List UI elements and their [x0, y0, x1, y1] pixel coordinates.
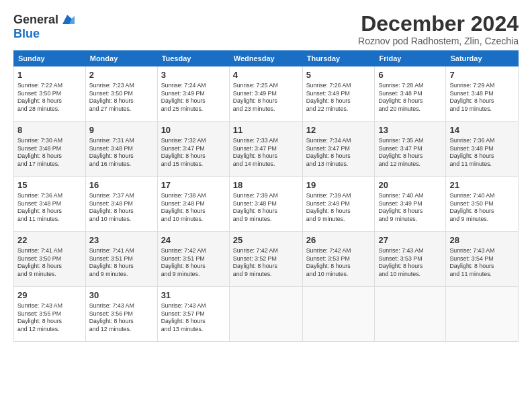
day-info: Sunrise: 7:42 AM Sunset: 3:51 PM Dayligh… — [161, 247, 226, 279]
day-info: Sunrise: 7:23 AM Sunset: 3:50 PM Dayligh… — [89, 82, 154, 114]
table-row — [446, 287, 519, 342]
day-number: 12 — [306, 124, 371, 136]
calendar-week-1: 1Sunrise: 7:22 AM Sunset: 3:50 PM Daylig… — [14, 66, 519, 122]
table-row: 5Sunrise: 7:26 AM Sunset: 3:49 PM Daylig… — [302, 66, 375, 122]
table-row — [375, 287, 446, 342]
table-row: 16Sunrise: 7:37 AM Sunset: 3:48 PM Dayli… — [85, 177, 157, 232]
logo-general-text: General — [13, 13, 58, 27]
logo: General Blue — [13, 12, 75, 41]
day-info: Sunrise: 7:43 AM Sunset: 3:54 PM Dayligh… — [449, 247, 515, 279]
table-row: 11Sunrise: 7:33 AM Sunset: 3:47 PM Dayli… — [229, 122, 302, 177]
month-title: December 2024 — [358, 12, 519, 36]
table-row: 12Sunrise: 7:34 AM Sunset: 3:47 PM Dayli… — [302, 122, 375, 177]
day-number: 6 — [378, 69, 442, 81]
day-info: Sunrise: 7:43 AM Sunset: 3:53 PM Dayligh… — [378, 247, 442, 279]
day-info: Sunrise: 7:43 AM Sunset: 3:55 PM Dayligh… — [17, 302, 82, 334]
day-info: Sunrise: 7:40 AM Sunset: 3:50 PM Dayligh… — [449, 192, 515, 224]
day-info: Sunrise: 7:34 AM Sunset: 3:47 PM Dayligh… — [306, 137, 371, 169]
day-info: Sunrise: 7:31 AM Sunset: 3:48 PM Dayligh… — [89, 137, 154, 169]
table-row: 6Sunrise: 7:28 AM Sunset: 3:48 PM Daylig… — [375, 66, 446, 122]
table-row: 20Sunrise: 7:40 AM Sunset: 3:49 PM Dayli… — [375, 177, 446, 232]
table-row — [302, 287, 375, 342]
day-info: Sunrise: 7:41 AM Sunset: 3:50 PM Dayligh… — [17, 247, 82, 279]
header-saturday: Saturday — [446, 51, 519, 66]
table-row: 19Sunrise: 7:39 AM Sunset: 3:49 PM Dayli… — [302, 177, 375, 232]
location-subtitle: Roznov pod Radhostem, Zlin, Czechia — [358, 36, 519, 46]
calendar-header-row: Sunday Monday Tuesday Wednesday Thursday… — [14, 51, 519, 66]
day-number: 22 — [17, 234, 82, 246]
day-info: Sunrise: 7:41 AM Sunset: 3:51 PM Dayligh… — [89, 247, 154, 279]
header: General Blue December 2024 Roznov pod Ra… — [13, 12, 519, 46]
table-row: 17Sunrise: 7:38 AM Sunset: 3:48 PM Dayli… — [157, 177, 229, 232]
day-number: 23 — [89, 234, 154, 246]
calendar-week-2: 8Sunrise: 7:30 AM Sunset: 3:48 PM Daylig… — [14, 122, 519, 177]
table-row: 23Sunrise: 7:41 AM Sunset: 3:51 PM Dayli… — [85, 232, 157, 287]
day-info: Sunrise: 7:30 AM Sunset: 3:48 PM Dayligh… — [17, 137, 82, 169]
day-info: Sunrise: 7:35 AM Sunset: 3:47 PM Dayligh… — [378, 137, 442, 169]
table-row: 8Sunrise: 7:30 AM Sunset: 3:48 PM Daylig… — [14, 122, 86, 177]
day-info: Sunrise: 7:37 AM Sunset: 3:48 PM Dayligh… — [89, 192, 154, 224]
day-number: 17 — [161, 179, 226, 191]
calendar-table: Sunday Monday Tuesday Wednesday Thursday… — [13, 50, 519, 342]
day-info: Sunrise: 7:39 AM Sunset: 3:48 PM Dayligh… — [233, 192, 299, 224]
day-info: Sunrise: 7:22 AM Sunset: 3:50 PM Dayligh… — [17, 82, 82, 114]
day-number: 26 — [306, 234, 371, 246]
day-number: 19 — [306, 179, 371, 191]
day-info: Sunrise: 7:25 AM Sunset: 3:49 PM Dayligh… — [233, 82, 299, 114]
day-number: 28 — [449, 234, 515, 246]
day-number: 3 — [161, 69, 226, 81]
header-wednesday: Wednesday — [229, 51, 302, 66]
day-info: Sunrise: 7:36 AM Sunset: 3:48 PM Dayligh… — [17, 192, 82, 224]
day-number: 11 — [233, 124, 299, 136]
day-number: 10 — [161, 124, 226, 136]
day-info: Sunrise: 7:42 AM Sunset: 3:53 PM Dayligh… — [306, 247, 371, 279]
table-row: 29Sunrise: 7:43 AM Sunset: 3:55 PM Dayli… — [14, 287, 86, 342]
day-number: 9 — [89, 124, 154, 136]
table-row: 25Sunrise: 7:42 AM Sunset: 3:52 PM Dayli… — [229, 232, 302, 287]
day-number: 13 — [378, 124, 442, 136]
table-row: 4Sunrise: 7:25 AM Sunset: 3:49 PM Daylig… — [229, 66, 302, 122]
header-friday: Friday — [375, 51, 446, 66]
day-number: 27 — [378, 234, 442, 246]
day-number: 1 — [17, 69, 82, 81]
day-info: Sunrise: 7:33 AM Sunset: 3:47 PM Dayligh… — [233, 137, 299, 169]
calendar-week-5: 29Sunrise: 7:43 AM Sunset: 3:55 PM Dayli… — [14, 287, 519, 342]
day-info: Sunrise: 7:24 AM Sunset: 3:49 PM Dayligh… — [161, 82, 226, 114]
header-monday: Monday — [85, 51, 157, 66]
day-info: Sunrise: 7:39 AM Sunset: 3:49 PM Dayligh… — [306, 192, 371, 224]
table-row: 15Sunrise: 7:36 AM Sunset: 3:48 PM Dayli… — [14, 177, 86, 232]
day-number: 29 — [17, 289, 82, 302]
day-info: Sunrise: 7:42 AM Sunset: 3:52 PM Dayligh… — [233, 247, 299, 279]
day-info: Sunrise: 7:40 AM Sunset: 3:49 PM Dayligh… — [378, 192, 442, 224]
day-number: 8 — [17, 124, 82, 136]
table-row: 13Sunrise: 7:35 AM Sunset: 3:47 PM Dayli… — [375, 122, 446, 177]
day-info: Sunrise: 7:29 AM Sunset: 3:48 PM Dayligh… — [449, 82, 515, 114]
table-row: 24Sunrise: 7:42 AM Sunset: 3:51 PM Dayli… — [157, 232, 229, 287]
day-info: Sunrise: 7:32 AM Sunset: 3:47 PM Dayligh… — [161, 137, 226, 169]
table-row: 3Sunrise: 7:24 AM Sunset: 3:49 PM Daylig… — [157, 66, 229, 122]
day-number: 16 — [89, 179, 154, 191]
table-row: 2Sunrise: 7:23 AM Sunset: 3:50 PM Daylig… — [85, 66, 157, 122]
header-thursday: Thursday — [302, 51, 375, 66]
table-row: 27Sunrise: 7:43 AM Sunset: 3:53 PM Dayli… — [375, 232, 446, 287]
day-number: 21 — [449, 179, 515, 191]
table-row — [229, 287, 302, 342]
table-row: 30Sunrise: 7:43 AM Sunset: 3:56 PM Dayli… — [85, 287, 157, 342]
table-row: 14Sunrise: 7:36 AM Sunset: 3:48 PM Dayli… — [446, 122, 519, 177]
calendar-week-4: 22Sunrise: 7:41 AM Sunset: 3:50 PM Dayli… — [14, 232, 519, 287]
header-tuesday: Tuesday — [157, 51, 229, 66]
table-row: 10Sunrise: 7:32 AM Sunset: 3:47 PM Dayli… — [157, 122, 229, 177]
table-row: 26Sunrise: 7:42 AM Sunset: 3:53 PM Dayli… — [302, 232, 375, 287]
day-number: 4 — [233, 69, 299, 81]
table-row: 1Sunrise: 7:22 AM Sunset: 3:50 PM Daylig… — [14, 66, 86, 122]
table-row: 18Sunrise: 7:39 AM Sunset: 3:48 PM Dayli… — [229, 177, 302, 232]
day-number: 18 — [233, 179, 299, 191]
day-number: 25 — [233, 234, 299, 246]
day-info: Sunrise: 7:28 AM Sunset: 3:48 PM Dayligh… — [378, 82, 442, 114]
day-info: Sunrise: 7:26 AM Sunset: 3:49 PM Dayligh… — [306, 82, 371, 114]
page: General Blue December 2024 Roznov pod Ra… — [0, 0, 532, 411]
day-number: 5 — [306, 69, 371, 81]
day-number: 24 — [161, 234, 226, 246]
day-info: Sunrise: 7:38 AM Sunset: 3:48 PM Dayligh… — [161, 192, 226, 224]
table-row: 9Sunrise: 7:31 AM Sunset: 3:48 PM Daylig… — [85, 122, 157, 177]
